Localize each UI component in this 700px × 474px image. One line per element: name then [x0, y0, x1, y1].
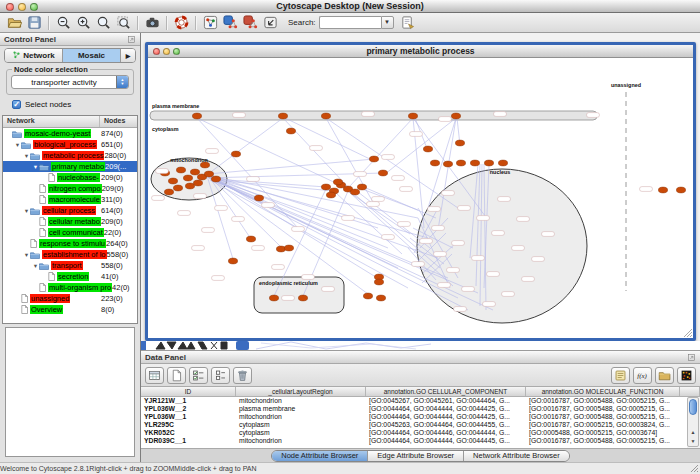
network-node[interactable]	[228, 258, 237, 264]
network-node[interactable]	[321, 184, 330, 190]
network-node-label[interactable]	[202, 228, 215, 233]
network-window-titlebar[interactable]: primary metabolic process	[148, 45, 693, 58]
network-node-label[interactable]	[232, 217, 245, 222]
tab-overflow-arrow-icon[interactable]: ▶	[121, 49, 135, 62]
network-node[interactable]	[374, 279, 383, 285]
disclosure-triangle-icon[interactable]: ▼	[23, 208, 30, 214]
search-dropdown-arrow-icon[interactable]: ▼	[381, 16, 394, 29]
table-row[interactable]: YJR121W__1mitochondrion[GO:0045267, GO:0…	[141, 397, 687, 405]
tree-column-network[interactable]: Network	[3, 116, 100, 127]
select-nodes-checkbox[interactable]: ✓	[12, 100, 21, 109]
network-node-label[interactable]	[302, 275, 315, 280]
network-node-label[interactable]	[420, 239, 433, 244]
network-node[interactable]	[321, 113, 330, 119]
tab-edge-attribute-browser[interactable]: Edge Attribute Browser	[368, 451, 464, 461]
float-panel-icon[interactable]	[687, 353, 696, 362]
network-node-label[interactable]	[152, 196, 165, 201]
help-lifering-icon[interactable]	[171, 14, 191, 31]
float-panel-icon[interactable]	[127, 35, 136, 44]
select-attributes-icon[interactable]	[145, 367, 164, 384]
tree-column-nodes[interactable]: Nodes	[100, 116, 137, 127]
network-node[interactable]	[168, 178, 177, 184]
close-button[interactable]	[6, 3, 14, 11]
network-node[interactable]	[376, 295, 385, 301]
network-node-label[interactable]	[178, 211, 191, 216]
table-column-header[interactable]: annotation.GO CELLULAR_COMPONENT	[366, 387, 526, 396]
network-node[interactable]	[183, 175, 192, 181]
network-node[interactable]	[498, 160, 507, 166]
scrollbar-thumb[interactable]	[689, 399, 697, 415]
tree-row[interactable]: ▼establishment of lo558(0)	[3, 249, 137, 260]
network-node-label[interactable]	[212, 276, 225, 281]
network-node-label[interactable]	[247, 177, 260, 182]
table-column-header[interactable]: _cellularLayoutRegion	[236, 387, 366, 396]
node-color-dropdown[interactable]: transporter activity ▴▾	[11, 75, 129, 89]
network-node-label[interactable]	[439, 117, 452, 122]
network-node-label[interactable]	[400, 187, 413, 192]
network-node-label[interactable]	[252, 246, 265, 251]
network-node-label[interactable]	[206, 149, 219, 154]
network-node-label[interactable]	[477, 216, 490, 221]
network-node[interactable]	[185, 183, 194, 189]
network-node[interactable]	[284, 245, 293, 251]
table-row[interactable]: YKR052Ccytoplasm[GO:0044464, GO:0044446,…	[141, 429, 687, 437]
network-node-label[interactable]	[367, 202, 380, 207]
network-node-label[interactable]	[454, 307, 467, 312]
minimize-button[interactable]	[18, 3, 26, 11]
network-node[interactable]	[455, 140, 464, 146]
network-node-label[interactable]	[156, 169, 169, 174]
network-node-label[interactable]	[438, 283, 451, 288]
snapshot-camera-icon[interactable]	[142, 14, 162, 31]
disclosure-triangle-icon[interactable]: ▼	[32, 164, 39, 170]
disclosure-triangle-icon[interactable]: ▼	[32, 263, 39, 269]
network-node[interactable]	[269, 295, 278, 301]
network-node[interactable]	[204, 171, 213, 177]
network-node-label[interactable]	[372, 197, 385, 202]
app-titlebar[interactable]: Cytoscape Desktop (New Session)	[0, 0, 700, 13]
network-view-window[interactable]: primary metabolic process plasma membran…	[145, 42, 696, 341]
open-session-icon[interactable]	[4, 14, 24, 31]
network-node-label[interactable]	[532, 257, 545, 262]
delete-attribute-icon[interactable]	[233, 367, 252, 384]
network-minimize-button[interactable]	[163, 48, 170, 55]
network-node-label[interactable]	[233, 113, 246, 118]
network-node[interactable]	[484, 160, 493, 166]
tab-network-attribute-browser[interactable]: Network Attribute Browser	[464, 451, 569, 461]
network-node-label[interactable]	[354, 172, 367, 177]
network-node[interactable]	[369, 156, 378, 162]
network-node[interactable]	[192, 113, 201, 119]
search-input[interactable]	[319, 16, 381, 29]
network-node[interactable]	[326, 192, 335, 198]
formula-builder-icon[interactable]: f(x)	[633, 367, 652, 384]
tree-row[interactable]: Overview8(0)	[3, 304, 137, 315]
tree-row[interactable]: macromolecule311(0)	[3, 194, 137, 205]
disclosure-triangle-icon[interactable]: ▼	[23, 153, 30, 159]
table-row[interactable]: YLR295Ccytoplasm[GO:0045263, GO:0044464,…	[141, 421, 687, 429]
network-node-label[interactable]	[472, 256, 485, 261]
network-node[interactable]	[246, 236, 255, 242]
network-node-label[interactable]	[342, 216, 355, 221]
tree-row[interactable]: ▼cellular process614(0)	[3, 205, 137, 216]
network-node-label[interactable]	[412, 262, 425, 267]
network-node-label[interactable]	[492, 231, 505, 236]
network-node-label[interactable]	[292, 227, 305, 232]
network-zoom-button[interactable]	[173, 48, 180, 55]
network-node[interactable]	[254, 195, 263, 201]
network-node[interactable]	[430, 160, 439, 166]
scroll-down-icon[interactable]: ▼	[688, 437, 698, 446]
window-resize-grip[interactable]	[689, 463, 699, 473]
network-node[interactable]	[190, 169, 199, 175]
network-node-label[interactable]	[362, 112, 375, 117]
network-window-resize-grip[interactable]	[684, 329, 692, 337]
import-attributes-icon[interactable]	[398, 14, 418, 31]
network-node-label[interactable]	[382, 155, 395, 160]
network-node[interactable]	[231, 151, 240, 157]
tab-mosaic[interactable]: Mosaic	[63, 49, 121, 62]
tree-row[interactable]: multi-organism pro42(0)	[3, 282, 137, 293]
matrix-view-icon[interactable]	[677, 367, 696, 384]
zoom-in-icon[interactable]	[73, 14, 93, 31]
network-node-label[interactable]	[310, 146, 323, 151]
network-node[interactable]	[193, 180, 202, 186]
network-node-label[interactable]	[272, 265, 285, 270]
network-close-button[interactable]	[153, 48, 160, 55]
